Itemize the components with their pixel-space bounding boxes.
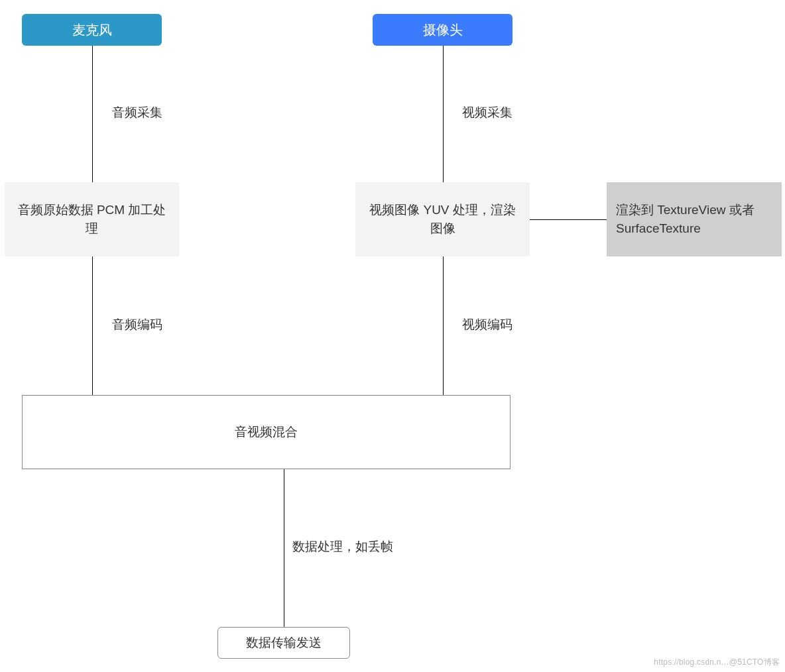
node-render-target: 渲染到 TextureView 或者 SurfaceTexture [607,182,782,256]
label-video-capture: 视频采集 [462,104,513,121]
line-yuv-to-mux [443,256,444,395]
label-data-process: 数据处理，如丢帧 [292,538,393,555]
node-av-mux: 音视频混合 [22,395,511,469]
line-camera-to-yuv [443,46,444,182]
label-audio-capture: 音频采集 [112,104,162,121]
node-microphone: 麦克风 [22,14,162,46]
node-data-send: 数据传输发送 [217,627,350,659]
line-yuv-to-render [530,219,607,220]
line-mic-to-pcm [92,46,93,182]
line-mux-to-send [284,469,284,627]
label-video-encode: 视频编码 [462,316,513,333]
label-audio-encode: 音频编码 [112,316,162,333]
node-audio-pcm: 音频原始数据 PCM 加工处理 [5,182,179,256]
node-video-yuv: 视频图像 YUV 处理，渲染图像 [355,182,530,256]
node-camera: 摄像头 [373,14,513,46]
line-pcm-to-mux [92,256,93,395]
watermark: https://blog.csdn.n…@51CTO博客 [654,657,780,668]
